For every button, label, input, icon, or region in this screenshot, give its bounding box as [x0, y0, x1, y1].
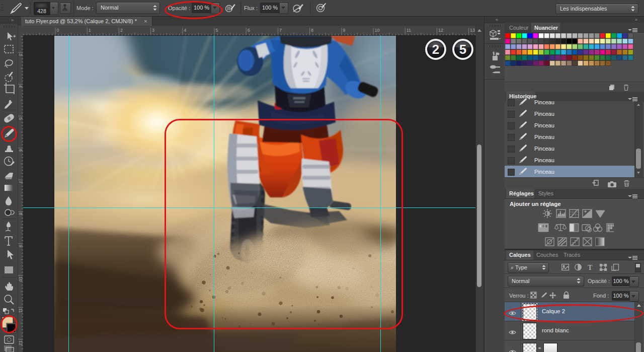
svg-text:5: 5 [216, 28, 218, 33]
svg-text:10: 10 [18, 276, 23, 281]
svg-text:4: 4 [184, 28, 186, 33]
svg-text:7: 7 [18, 181, 23, 183]
svg-text:3: 3 [18, 53, 23, 56]
svg-text:12: 12 [438, 28, 443, 33]
svg-text:11: 11 [407, 28, 411, 33]
svg-text:8: 8 [18, 213, 23, 215]
svg-text:8: 8 [311, 28, 313, 33]
svg-text:T: T [588, 264, 593, 271]
svg-text:0: 0 [57, 28, 59, 33]
svg-text:1: 1 [89, 28, 91, 33]
svg-text:12: 12 [18, 340, 23, 345]
svg-text:6: 6 [18, 149, 23, 152]
svg-text:13: 13 [470, 28, 475, 33]
svg-text:10: 10 [375, 28, 380, 33]
svg-text:4: 4 [18, 85, 23, 88]
svg-text:3: 3 [152, 28, 154, 33]
svg-text:11: 11 [18, 308, 23, 313]
svg-text:5: 5 [18, 117, 23, 120]
svg-text:2: 2 [120, 28, 123, 33]
svg-text:9: 9 [343, 28, 345, 33]
svg-text:9: 9 [18, 245, 23, 247]
svg-text:7: 7 [279, 28, 282, 33]
svg-text:6: 6 [248, 28, 250, 33]
